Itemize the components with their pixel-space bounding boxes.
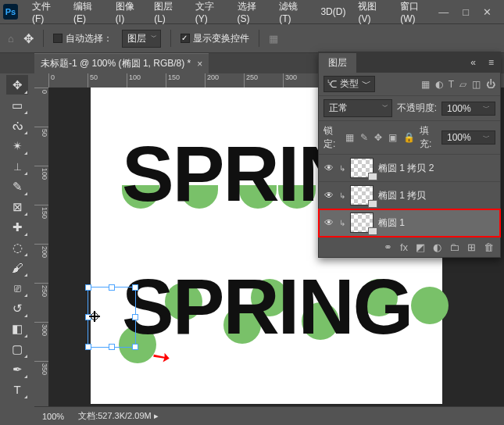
lasso-tool[interactable]: ᔔ (6, 116, 28, 135)
layer-row[interactable]: 👁 ↳ 椭圆 1 拷贝 2 (319, 155, 500, 182)
show-transform-checkbox[interactable]: 显示变换控件 (181, 32, 249, 45)
visibility-icon[interactable]: 👁 (323, 217, 334, 228)
auto-select-target-dropdown[interactable]: 图层 (122, 30, 161, 48)
divider (259, 30, 259, 47)
menu-filter[interactable]: 滤镜(T) (273, 0, 314, 24)
clone-tool[interactable]: ⎚ (6, 278, 28, 298)
layer-filter-kind-dropdown[interactable]: ᔍ 类型 ﹀ (323, 76, 375, 92)
layers-panel-footer: ⚭ fx ◩ ◐ 🗀 ⊞ 🗑 (319, 237, 500, 257)
canvas-text-2: SPRING (122, 267, 412, 345)
menu-view[interactable]: 视图(V) (352, 0, 394, 24)
layer-thumbnail[interactable] (350, 158, 374, 178)
fill-input[interactable]: 100%﹀ (441, 130, 495, 145)
zoom-level[interactable]: 100% (42, 412, 64, 421)
status-bar: 100% 文档:527.3K/2.09M ▸ (34, 406, 504, 425)
indent-icon: ↳ (339, 191, 345, 200)
layer-thumbnail[interactable] (350, 185, 374, 205)
layers-panel[interactable]: 图层 « ≡ ᔍ 类型 ﹀ ▦ ◐ T ▱ ◫ ⏻ 正常 不透明度: 100%﹀… (318, 52, 501, 258)
visibility-icon[interactable]: 👁 (323, 190, 334, 201)
marquee-circle-tool[interactable]: ◌ (6, 238, 28, 257)
layer-row[interactable]: 👁 ↳ 椭圆 1 (319, 209, 500, 237)
panel-menu-icon[interactable]: ≡ (482, 57, 500, 68)
transform-anchor-icon[interactable] (89, 311, 100, 322)
filter-pixel-icon[interactable]: ▦ (421, 79, 430, 90)
menu-image[interactable]: 图像(I) (109, 0, 148, 24)
menu-select[interactable]: 选择(S) (231, 0, 273, 24)
auto-select-label: 自动选择： (66, 33, 113, 44)
divider (43, 30, 44, 47)
menu-window[interactable]: 窗口(W) (394, 0, 438, 24)
close-icon[interactable]: × (197, 59, 202, 70)
link-layers-icon[interactable]: ⚭ (384, 241, 392, 253)
window-maximize-icon[interactable]: □ (463, 6, 469, 18)
menu-edit[interactable]: 编辑(E) (67, 0, 109, 24)
filter-toggle-icon[interactable]: ⏻ (486, 79, 495, 90)
opacity-input[interactable]: 100%﹀ (441, 102, 495, 116)
doc-size[interactable]: 文档:527.3K/2.09M ▸ (78, 410, 159, 422)
filter-adjust-icon[interactable]: ◐ (435, 79, 443, 90)
ruler-vertical: 050100150200250300350 (34, 88, 48, 406)
auto-select-checkbox[interactable]: 自动选择： (53, 32, 113, 45)
filter-type-icon[interactable]: T (449, 79, 454, 90)
app-logo: Ps (3, 4, 18, 20)
marquee-tool[interactable]: ▭ (6, 95, 28, 115)
layer-list: 👁 ↳ 椭圆 1 拷贝 2 👁 ↳ 椭圆 1 拷贝 👁 ↳ 椭圆 1 (319, 155, 500, 237)
brush-tool[interactable]: 🖌 (6, 258, 28, 277)
type-tool[interactable]: T (6, 380, 28, 399)
blend-mode-dropdown[interactable]: 正常 (323, 99, 392, 117)
lock-brush-icon[interactable]: ✎ (360, 132, 368, 143)
magic-wand-tool[interactable]: ✴ (6, 136, 28, 155)
menu-type[interactable]: 文字(Y) (189, 0, 231, 24)
frame-tool[interactable]: ⊠ (6, 197, 28, 216)
layer-name[interactable]: 椭圆 1 拷贝 2 (378, 162, 495, 175)
group-icon[interactable]: 🗀 (449, 241, 459, 253)
menu-file[interactable]: 文件(F) (26, 0, 67, 24)
move-tool[interactable]: ✥ (6, 75, 28, 95)
document-tab-title: 未标题-1 @ 100% (椭圆 1, RGB/8) * (41, 57, 191, 70)
delete-layer-icon[interactable]: 🗑 (484, 241, 494, 253)
healing-tool[interactable]: ✚ (6, 217, 28, 237)
home-icon[interactable]: ⌂ (8, 33, 14, 45)
visibility-icon[interactable]: 👁 (323, 162, 334, 173)
indent-icon: ↳ (339, 164, 345, 173)
opacity-label: 不透明度: (397, 102, 437, 115)
menu-layer[interactable]: 图层(L) (148, 0, 189, 24)
lock-label: 锁定: (323, 124, 341, 151)
align-icon[interactable]: ▦ (269, 33, 278, 45)
lock-all-icon[interactable]: 🔒 (403, 132, 415, 143)
layer-name[interactable]: 椭圆 1 拷贝 (378, 189, 495, 202)
pen-tool[interactable]: ✒ (6, 359, 28, 379)
adjustment-layer-icon[interactable]: ◐ (433, 241, 441, 253)
rectangle-tool[interactable]: ▢ (6, 339, 28, 359)
panel-collapse-icon[interactable]: « (464, 57, 482, 68)
move-tool-icon[interactable]: ✥ (23, 31, 34, 46)
crop-tool[interactable]: ⟂ (6, 156, 28, 176)
options-bar: ⌂ ✥ 自动选择： 图层 显示变换控件 ▦ (0, 23, 504, 53)
layers-panel-tab[interactable]: 图层 (319, 53, 356, 73)
show-transform-label: 显示变换控件 (193, 33, 249, 44)
window-minimize-icon[interactable]: — (438, 6, 449, 18)
layer-mask-icon[interactable]: ◩ (416, 241, 425, 253)
layer-name[interactable]: 椭圆 1 (378, 216, 495, 230)
filter-smart-icon[interactable]: ◫ (472, 79, 481, 90)
new-layer-icon[interactable]: ⊞ (467, 241, 476, 253)
history-brush-tool[interactable]: ↺ (6, 298, 28, 318)
menu-3d[interactable]: 3D(D) (314, 6, 352, 17)
layer-fx-icon[interactable]: fx (400, 241, 408, 253)
indent-icon: ↳ (339, 219, 345, 227)
ruler-corner (34, 73, 48, 88)
lock-pixels-icon[interactable]: ▦ (345, 132, 354, 143)
filter-shape-icon[interactable]: ▱ (459, 79, 466, 90)
layer-row[interactable]: 👁 ↳ 椭圆 1 拷贝 (319, 182, 500, 209)
divider (170, 30, 171, 47)
lock-artboard-icon[interactable]: ▣ (388, 132, 397, 143)
layer-thumbnail[interactable] (350, 212, 374, 233)
window-close-icon[interactable]: ✕ (483, 6, 491, 18)
fill-label: 填充: (420, 124, 437, 151)
lock-position-icon[interactable]: ✥ (374, 132, 382, 143)
document-tab[interactable]: 未标题-1 @ 100% (椭圆 1, RGB/8) * × (34, 53, 209, 73)
gradient-tool[interactable]: ◧ (6, 319, 28, 338)
eyedropper-tool[interactable]: ✎ (6, 177, 28, 196)
toolbox: ✥ ▭ ᔔ ✴ ⟂ ✎ ⊠ ✚ ◌ 🖌 ⎚ ↺ ◧ ▢ ✒ T (0, 73, 34, 406)
menubar: Ps 文件(F) 编辑(E) 图像(I) 图层(L) 文字(Y) 选择(S) 滤… (0, 0, 504, 23)
